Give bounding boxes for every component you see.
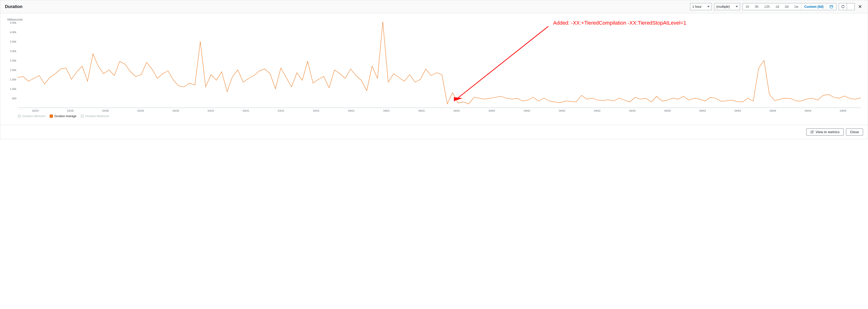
x-tick: 04/03 bbox=[685, 109, 720, 112]
plot: 5001.00k1.50k2.00k2.50k3.00k3.50k4.00k4.… bbox=[7, 23, 861, 108]
refresh-menu-button[interactable] bbox=[847, 3, 855, 10]
x-tick: 04/03 bbox=[650, 109, 685, 112]
x-axis: 03/2903/3003/3003/3003/3003/3103/3103/31… bbox=[18, 109, 861, 112]
legend: Duration Minimum Duration Average Durati… bbox=[18, 114, 861, 118]
svg-rect-0 bbox=[830, 5, 833, 8]
time-range-segmented: 1h 3h 12h 1d 3d 1w Custom (6d) bbox=[742, 3, 836, 10]
series-line bbox=[18, 22, 861, 104]
legend-item-min[interactable]: Duration Minimum bbox=[18, 114, 45, 118]
legend-swatch bbox=[81, 114, 84, 118]
y-tick: 4.50k bbox=[10, 21, 16, 24]
line-chart-svg bbox=[18, 23, 861, 108]
x-tick: 03/30 bbox=[158, 109, 193, 112]
range-1w[interactable]: 1w bbox=[791, 3, 801, 10]
y-tick: 2.00k bbox=[10, 68, 16, 72]
x-tick: 03/31 bbox=[264, 109, 299, 112]
refresh-icon bbox=[841, 5, 845, 8]
y-tick: 3.00k bbox=[10, 50, 16, 53]
x-tick: 04/01 bbox=[369, 109, 404, 112]
range-3d[interactable]: 3d bbox=[782, 3, 792, 10]
y-tick: 1.00k bbox=[10, 88, 16, 90]
x-tick: 04/02 bbox=[474, 109, 509, 112]
close-footer-label: Close bbox=[850, 130, 859, 134]
panel-title: Duration bbox=[5, 4, 23, 9]
range-custom[interactable]: Custom (6d) bbox=[801, 3, 827, 10]
x-tick: 03/31 bbox=[228, 109, 264, 112]
range-3h[interactable]: 3h bbox=[752, 3, 762, 10]
close-icon: ✕ bbox=[858, 4, 862, 9]
y-tick: 500 bbox=[12, 97, 16, 100]
period-select[interactable]: 1 hour bbox=[690, 3, 712, 10]
statistic-select-label: (multiple) bbox=[716, 5, 730, 8]
legend-label: Duration Average bbox=[54, 114, 76, 118]
view-in-metrics-button[interactable]: View in metrics bbox=[806, 129, 844, 136]
legend-item-avg[interactable]: Duration Average bbox=[50, 114, 76, 118]
view-in-metrics-label: View in metrics bbox=[815, 130, 840, 134]
x-tick: 04/03 bbox=[615, 109, 650, 112]
x-tick: 04/04 bbox=[826, 109, 861, 112]
x-tick: 03/31 bbox=[193, 109, 228, 112]
legend-label: Duration Minimum bbox=[23, 114, 45, 118]
chevron-down-icon bbox=[707, 6, 710, 7]
y-axis: 5001.00k1.50k2.00k2.50k3.00k3.50k4.00k4.… bbox=[7, 23, 18, 108]
range-1d[interactable]: 1d bbox=[773, 3, 782, 10]
legend-label: Duration Maximum bbox=[85, 114, 109, 118]
x-tick: 04/02 bbox=[580, 109, 615, 112]
legend-item-max[interactable]: Duration Maximum bbox=[81, 114, 109, 118]
chart-container: Milliseconds Added: -XX:+TieredCompilati… bbox=[0, 13, 868, 120]
close-footer-button[interactable]: Close bbox=[846, 129, 863, 136]
x-tick: 04/01 bbox=[334, 109, 369, 112]
y-tick: 4.00k bbox=[10, 31, 16, 34]
x-tick: 04/02 bbox=[545, 109, 580, 112]
chevron-down-icon bbox=[736, 6, 738, 7]
calendar-button[interactable] bbox=[827, 3, 836, 10]
x-tick: 03/30 bbox=[88, 109, 123, 112]
range-1h[interactable]: 1h bbox=[743, 3, 752, 10]
x-tick: 04/04 bbox=[755, 109, 790, 112]
annotation-arrow bbox=[454, 26, 549, 101]
annotation-arrowhead bbox=[454, 97, 463, 101]
statistic-select[interactable]: (multiple) bbox=[714, 3, 740, 10]
x-tick: 04/01 bbox=[404, 109, 439, 112]
x-tick: 04/03 bbox=[720, 109, 755, 112]
legend-swatch bbox=[18, 114, 21, 118]
close-button[interactable]: ✕ bbox=[857, 4, 863, 9]
panel-header: Duration 1 hour (multiple) 1h 3h 12h 1d … bbox=[0, 0, 868, 13]
legend-swatch bbox=[50, 114, 53, 118]
range-12h[interactable]: 12h bbox=[762, 3, 773, 10]
x-tick: 03/30 bbox=[53, 109, 88, 112]
x-tick: 04/02 bbox=[509, 109, 545, 112]
external-link-icon bbox=[810, 130, 814, 134]
y-tick: 1.50k bbox=[10, 78, 16, 81]
metric-panel: Duration 1 hour (multiple) 1h 3h 12h 1d … bbox=[0, 0, 868, 139]
y-tick: 3.50k bbox=[10, 40, 16, 43]
calendar-icon bbox=[830, 5, 833, 8]
period-select-label: 1 hour bbox=[692, 5, 702, 8]
x-tick: 03/30 bbox=[123, 109, 158, 112]
x-tick: 04/04 bbox=[790, 109, 826, 112]
x-tick: 03/29 bbox=[18, 109, 53, 112]
panel-footer: View in metrics Close bbox=[0, 125, 868, 139]
y-tick: 2.50k bbox=[10, 59, 16, 62]
x-tick: 04/01 bbox=[439, 109, 474, 112]
plot-area[interactable] bbox=[18, 23, 861, 108]
refresh-button[interactable] bbox=[839, 3, 847, 10]
x-tick: 03/31 bbox=[299, 109, 334, 112]
y-axis-label: Milliseconds bbox=[7, 18, 861, 21]
